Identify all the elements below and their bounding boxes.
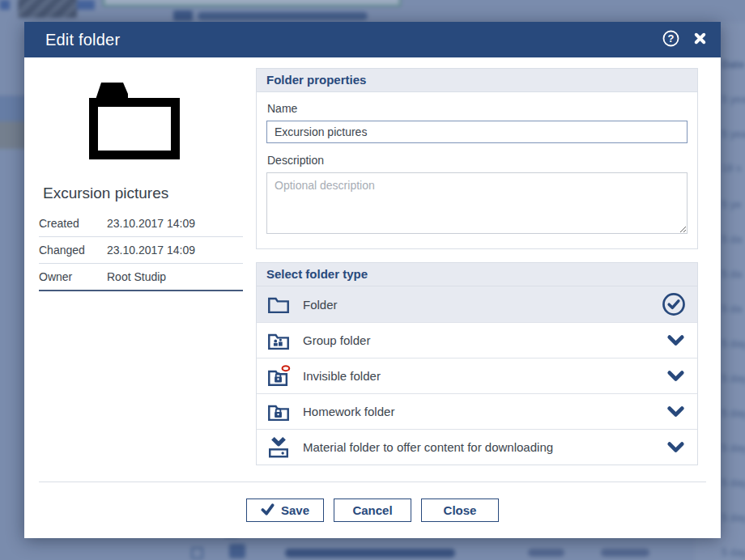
select-folder-type-header: Select folder type <box>257 263 697 286</box>
cancel-button-label: Cancel <box>352 503 392 517</box>
chevron-down-icon[interactable] <box>665 436 687 458</box>
question-circle-icon: ? <box>662 29 680 50</box>
meta-value: 23.10.2017 14:09 <box>107 244 195 257</box>
folder-properties-section: Folder properties Name Description <box>256 68 698 249</box>
chevron-down-icon[interactable] <box>665 401 687 422</box>
folder-meta-table: Created 23.10.2017 14:09 Changed 23.10.2… <box>39 210 243 291</box>
svg-text:?: ? <box>668 32 675 45</box>
folder-type-label: Folder <box>303 298 661 312</box>
folder-form-column: Folder properties Name Description Selec… <box>256 68 698 465</box>
dialog-title: Edit folder <box>45 31 662 49</box>
folder-type-invisible-folder[interactable]: Invisible folder <box>257 358 697 393</box>
meta-label: Owner <box>39 270 107 283</box>
folder-type-group-folder[interactable]: Group folder <box>257 322 697 358</box>
meta-row-changed: Changed 23.10.2017 14:09 <box>39 236 243 263</box>
material-folder-download-icon <box>266 435 292 460</box>
meta-value: 23.10.2017 14:09 <box>107 217 195 230</box>
cancel-button[interactable]: Cancel <box>334 498 411 522</box>
invisible-folder-icon <box>266 363 292 389</box>
save-button-label: Save <box>281 503 309 517</box>
folder-type-folder[interactable]: Folder <box>257 286 697 322</box>
folder-icon <box>266 291 292 317</box>
close-dialog-button[interactable]: Close <box>421 498 499 522</box>
dialog-body: Excursion pictures Created 23.10.2017 14… <box>24 57 721 538</box>
chevron-down-icon[interactable] <box>665 365 687 387</box>
screen: Date 5 yea 5 yea 18 s 5 ye 5 da 5 da 5 d… <box>0 0 745 560</box>
group-folder-icon <box>266 328 292 354</box>
meta-label: Changed <box>39 244 107 257</box>
chevron-down-icon[interactable] <box>665 329 687 351</box>
meta-row-created: Created 23.10.2017 14:09 <box>39 210 243 236</box>
close-button[interactable] <box>692 31 708 49</box>
check-circle-icon[interactable] <box>661 291 687 317</box>
close-button-label: Close <box>444 503 477 517</box>
folder-type-label: Material folder to offer content for dow… <box>303 440 665 454</box>
name-label: Name <box>267 102 688 115</box>
edit-folder-dialog: Edit folder ? <box>24 22 721 538</box>
folder-type-label: Invisible folder <box>303 369 665 383</box>
save-button[interactable]: Save <box>246 498 324 522</box>
folder-name-input[interactable] <box>266 121 688 143</box>
folder-properties-content: Name Description <box>257 92 697 248</box>
select-folder-type-section: Select folder type Folder <box>256 262 698 465</box>
meta-label: Created <box>39 217 107 230</box>
meta-value: Root Studip <box>107 270 166 283</box>
meta-row-owner: Owner Root Studip <box>39 263 243 290</box>
folder-type-homework-folder[interactable]: Homework folder <box>257 393 697 429</box>
folder-type-label: Group folder <box>303 333 665 347</box>
dialog-titlebar[interactable]: Edit folder ? <box>24 22 721 57</box>
description-label: Description <box>267 154 688 167</box>
check-icon <box>261 503 275 518</box>
folder-description-textarea[interactable] <box>266 172 688 234</box>
folder-info-panel: Excursion pictures Created 23.10.2017 14… <box>39 78 248 291</box>
x-icon <box>692 31 708 49</box>
help-button[interactable]: ? <box>662 29 680 50</box>
dialog-footer: Save Cancel Close <box>24 498 721 522</box>
folder-icon <box>85 78 184 164</box>
folder-type-label: Homework folder <box>303 405 665 418</box>
folder-type-material-folder[interactable]: Material folder to offer content for dow… <box>257 429 697 465</box>
folder-properties-header: Folder properties <box>257 69 697 92</box>
folder-name-heading: Excursion pictures <box>43 185 248 202</box>
homework-folder-icon <box>266 399 292 425</box>
footer-divider <box>39 482 706 482</box>
